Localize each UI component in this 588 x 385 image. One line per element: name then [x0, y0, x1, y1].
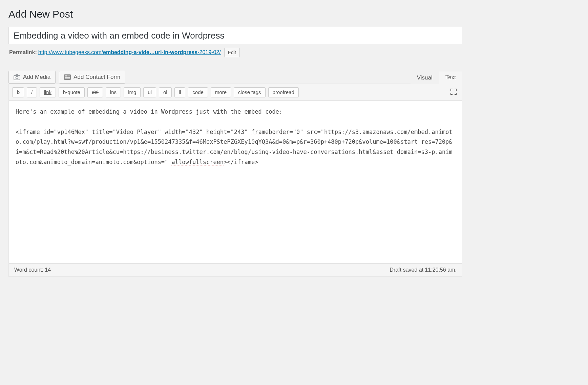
camera-icon	[14, 74, 20, 80]
qt-closetags-button[interactable]: close tags	[234, 87, 266, 97]
qt-italic-button[interactable]: i	[27, 87, 37, 97]
status-bar: Word count: 14 Draft saved at 11:20:56 a…	[9, 263, 462, 276]
edit-permalink-button[interactable]: Edit	[224, 48, 240, 57]
qt-img-button[interactable]: img	[124, 87, 141, 97]
qt-bold-button[interactable]: b	[12, 87, 24, 97]
svg-rect-2	[64, 74, 71, 80]
fullscreen-icon	[450, 91, 457, 96]
tab-text[interactable]: Text	[439, 71, 462, 84]
qt-ul-button[interactable]: ul	[143, 87, 156, 97]
form-icon	[64, 74, 71, 80]
add-media-label: Add Media	[23, 74, 50, 81]
permalink-slug: embedding-a-vide…url-in-wordpress	[103, 49, 197, 55]
permalink-link[interactable]: http://www.tubegeeks.com/embedding-a-vid…	[38, 49, 221, 55]
qt-ins-button[interactable]: ins	[106, 87, 121, 97]
permalink-row: Permalink: http://www.tubegeeks.com/embe…	[9, 48, 462, 57]
permalink-base: http://www.tubegeeks.com/	[38, 49, 103, 55]
fullscreen-button[interactable]	[448, 87, 459, 98]
qt-ol-button[interactable]: ol	[159, 87, 172, 97]
permalink-label: Permalink:	[9, 49, 37, 55]
qt-more-button[interactable]: more	[211, 87, 231, 97]
qt-bquote-button[interactable]: b-quote	[59, 87, 85, 97]
qt-proofread-button[interactable]: proofread	[268, 87, 299, 97]
word-count: Word count: 14	[14, 267, 51, 273]
quicktags-toolbar: b i link b-quote del ins img ul ol li co…	[9, 84, 462, 101]
qt-link-button[interactable]: link	[40, 87, 56, 97]
add-contact-form-button[interactable]: Add Contact Form	[59, 71, 125, 84]
svg-rect-3	[65, 75, 67, 76]
permalink-suffix: -2019-02/	[197, 49, 221, 55]
editor-tabs: Visual Text	[411, 71, 462, 84]
qt-li-button[interactable]: li	[174, 87, 186, 97]
add-contact-form-label: Add Contact Form	[74, 74, 120, 81]
editor-box: b i link b-quote del ins img ul ol li co…	[8, 84, 462, 277]
svg-rect-4	[67, 76, 70, 76]
tab-visual[interactable]: Visual	[411, 71, 439, 84]
post-content-textarea[interactable]: Here's an example of embedding a video i…	[9, 101, 462, 263]
svg-point-1	[16, 76, 18, 79]
qt-code-button[interactable]: code	[188, 87, 208, 97]
word-count-value: 14	[45, 267, 51, 273]
page-title: Add New Post	[8, 8, 462, 20]
svg-rect-0	[14, 75, 20, 80]
qt-del-button[interactable]: del	[87, 87, 103, 97]
svg-rect-6	[65, 78, 70, 79]
post-title-input[interactable]	[8, 27, 462, 44]
draft-saved-status: Draft saved at 11:20:56 am.	[390, 267, 457, 273]
add-media-button[interactable]: Add Media	[8, 71, 56, 84]
svg-rect-5	[65, 77, 70, 78]
word-count-label: Word count:	[14, 267, 45, 273]
